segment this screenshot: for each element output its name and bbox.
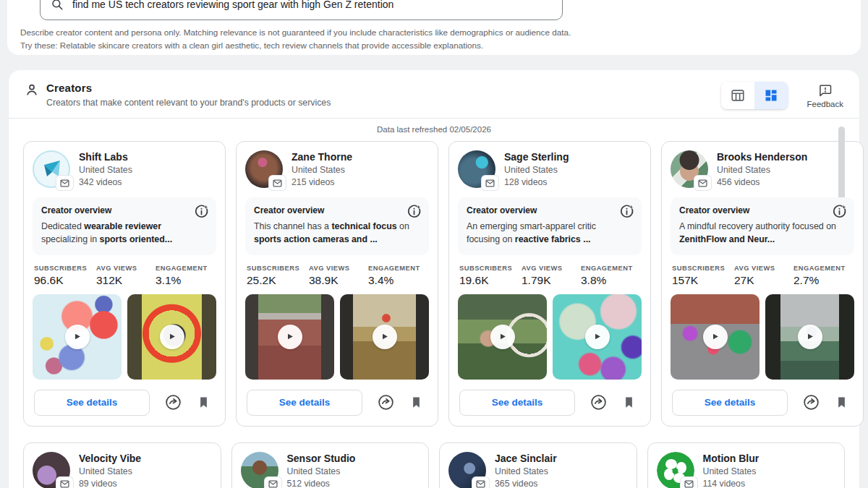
creator-video-count: 215 videos bbox=[292, 177, 352, 187]
ai-info-icon[interactable] bbox=[407, 204, 422, 222]
engagement-value: 3.8% bbox=[581, 274, 640, 287]
creator-card: Brooks Henderson United States 456 video… bbox=[661, 141, 864, 427]
email-badge bbox=[56, 477, 73, 488]
subscribers-label: SUBSCRIBERS bbox=[34, 265, 93, 272]
view-toggle-group bbox=[721, 82, 788, 109]
creator-video-count: 128 videos bbox=[504, 177, 569, 187]
bookmark-icon[interactable] bbox=[835, 395, 848, 409]
share-icon[interactable] bbox=[590, 393, 608, 411]
play-icon[interactable] bbox=[798, 325, 822, 349]
creator-stats: SUBSCRIBERS 157K AVG VIEWS 27K ENGAGEMEN… bbox=[671, 265, 854, 287]
email-badge bbox=[482, 176, 498, 190]
email-badge bbox=[681, 477, 697, 488]
creator-cards-row-2: Velocity Vibe United States 89 videos Se… bbox=[9, 437, 859, 488]
page-title: Creators bbox=[46, 82, 331, 94]
creator-card: Motion Blur United States 114 videos bbox=[647, 442, 846, 488]
creator-card: Shift Labs United States 342 videos Crea… bbox=[23, 141, 226, 427]
creator-overview-box: Creator overview This channel has a tech… bbox=[245, 197, 429, 255]
play-icon[interactable] bbox=[373, 325, 397, 349]
engagement-value: 2.7% bbox=[793, 274, 853, 287]
creator-card: Jace Sinclair United States 365 videos bbox=[439, 442, 637, 488]
play-icon[interactable] bbox=[65, 325, 90, 349]
creator-name[interactable]: Sage Sterling bbox=[504, 151, 569, 163]
subscribers-label: SUBSCRIBERS bbox=[247, 265, 306, 272]
pastel-fitness-gear-video-thumbnail[interactable] bbox=[553, 294, 642, 380]
feedback-icon bbox=[818, 83, 833, 98]
avg-views-label: AVG VIEWS bbox=[309, 265, 368, 272]
email-badge bbox=[56, 176, 73, 190]
search-icon bbox=[51, 0, 64, 11]
search-helper-text: Describe creator content and persona onl… bbox=[20, 26, 577, 52]
creator-avatar[interactable] bbox=[33, 452, 70, 488]
grid-view-icon bbox=[764, 88, 778, 103]
creator-avatar[interactable] bbox=[33, 150, 70, 188]
runner-ring-graphic-video-thumbnail[interactable] bbox=[127, 294, 216, 380]
outdoor-ringlight-video-thumbnail[interactable] bbox=[458, 294, 547, 380]
avg-views-value: 312K bbox=[96, 274, 156, 287]
creators-panel: Creators Creators that make content rele… bbox=[9, 70, 859, 488]
creator-video-count: 114 videos bbox=[703, 479, 760, 488]
creator-avatar[interactable] bbox=[245, 150, 283, 188]
subscribers-label: SUBSCRIBERS bbox=[672, 265, 731, 272]
bookmark-icon[interactable] bbox=[622, 395, 636, 409]
see-details-button[interactable]: See details bbox=[459, 390, 575, 416]
creator-country: United States bbox=[79, 165, 132, 175]
table-view-toggle[interactable] bbox=[721, 82, 754, 109]
boardwalk-run-video-thumbnail[interactable] bbox=[340, 294, 429, 380]
share-icon[interactable] bbox=[164, 393, 182, 411]
play-icon[interactable] bbox=[703, 325, 728, 349]
bookmark-icon[interactable] bbox=[409, 395, 423, 409]
creator-country: United States bbox=[292, 165, 352, 175]
feedback-button[interactable]: Feedback bbox=[807, 83, 843, 108]
ai-info-icon[interactable] bbox=[832, 204, 847, 222]
play-icon[interactable] bbox=[278, 325, 302, 349]
track-runner-video-thumbnail[interactable] bbox=[245, 294, 334, 380]
see-details-button[interactable]: See details bbox=[672, 390, 788, 416]
creator-name[interactable]: Motion Blur bbox=[703, 453, 760, 464]
overview-title: Creator overview bbox=[679, 205, 846, 215]
creator-video-count: 456 videos bbox=[717, 177, 807, 187]
creator-name[interactable]: Jace Sinclair bbox=[495, 453, 557, 464]
email-badge bbox=[269, 176, 286, 190]
creator-avatar[interactable] bbox=[657, 452, 694, 488]
overview-title: Creator overview bbox=[41, 205, 208, 215]
subscribers-value: 25.2K bbox=[247, 274, 306, 287]
creator-search-input[interactable]: find me US tech creators reviewing sport… bbox=[40, 0, 563, 20]
creator-country: United States bbox=[717, 165, 807, 175]
creator-card: Sensor Studio United States 512 videos bbox=[231, 442, 430, 488]
bookmark-icon[interactable] bbox=[197, 395, 210, 409]
share-icon[interactable] bbox=[802, 393, 820, 411]
creator-name[interactable]: Sensor Studio bbox=[287, 453, 356, 464]
play-icon[interactable] bbox=[160, 325, 184, 349]
creator-video-count: 342 videos bbox=[79, 177, 132, 187]
creator-stats: SUBSCRIBERS 25.2K AVG VIEWS 38.9K ENGAGE… bbox=[245, 265, 429, 287]
creator-overview-box: Creator overview Dedicated wearable revi… bbox=[33, 197, 216, 255]
overview-text: This channel has a technical focus on sp… bbox=[254, 221, 420, 247]
data-refreshed-text: Data last refreshed 02/05/2026 bbox=[9, 119, 859, 135]
see-details-button[interactable]: See details bbox=[34, 390, 150, 416]
ai-info-icon[interactable] bbox=[194, 204, 209, 222]
creator-video-count: 365 videos bbox=[495, 479, 557, 488]
share-icon[interactable] bbox=[377, 393, 395, 411]
subscribers-value: 19.6K bbox=[459, 274, 519, 287]
grid-view-toggle[interactable] bbox=[754, 82, 788, 109]
creator-avatar[interactable] bbox=[241, 452, 278, 488]
email-badge bbox=[472, 477, 489, 488]
creator-avatar[interactable] bbox=[448, 452, 486, 488]
creator-name[interactable]: Velocity Vibe bbox=[79, 453, 141, 464]
creator-name[interactable]: Shift Labs bbox=[79, 151, 132, 163]
creator-avatar[interactable] bbox=[458, 150, 495, 188]
creator-name[interactable]: Brooks Henderson bbox=[717, 151, 807, 163]
see-details-button[interactable]: See details bbox=[247, 390, 362, 416]
creator-name[interactable]: Zane Thorne bbox=[292, 151, 352, 163]
play-icon[interactable] bbox=[490, 325, 515, 349]
bridge-yoga-video-thumbnail[interactable] bbox=[765, 294, 854, 380]
search-query-text[interactable]: find me US tech creators reviewing sport… bbox=[72, 0, 393, 10]
creator-video-count: 512 videos bbox=[287, 479, 356, 488]
sports-gear-flatlay-video-thumbnail[interactable] bbox=[33, 294, 122, 380]
city-walkers-video-thumbnail[interactable] bbox=[671, 294, 760, 380]
creator-avatar[interactable] bbox=[671, 150, 708, 188]
ai-info-icon[interactable] bbox=[619, 204, 634, 222]
play-icon[interactable] bbox=[585, 325, 610, 349]
avg-views-value: 38.9K bbox=[309, 274, 368, 287]
